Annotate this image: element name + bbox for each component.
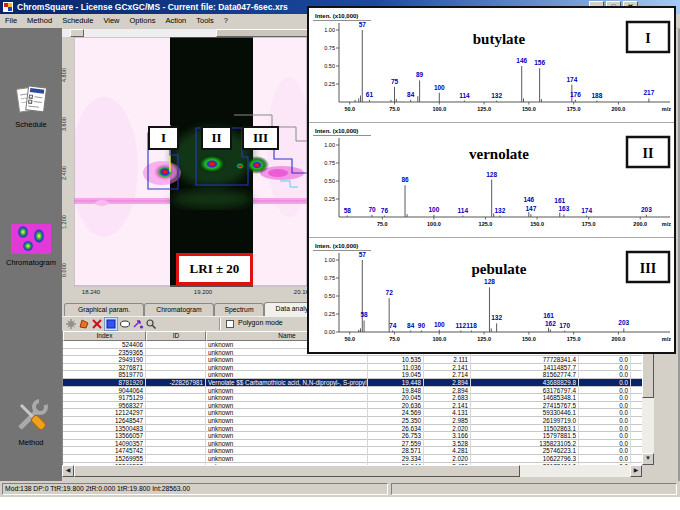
table-row[interactable]: 8519770unknown19.0452.71481562774.70.0 [63,371,643,379]
table-cell[interactable]: 26199719.0 [471,417,579,425]
table-cell[interactable]: 77728341.4 [471,356,579,364]
table-cell[interactable]: 14114857.7 [471,364,579,372]
magnifier-icon[interactable] [145,318,157,330]
table-cell[interactable]: 2.020 [424,425,471,433]
table-cell[interactable]: 13566057 [63,432,146,440]
table-cell[interactable] [146,402,206,410]
table-cell[interactable]: 0.0 [579,417,631,425]
table-cell[interactable] [146,356,206,364]
table-cell[interactable]: 2.714 [424,371,471,379]
table-cell[interactable]: 12648547 [63,417,146,425]
sidebar-item-schedule[interactable]: Schedule [0,84,62,129]
table-cell[interactable]: 11502863.1 [471,425,579,433]
table-cell[interactable]: 24.569 [368,409,424,417]
table-cell[interactable]: unknown [206,447,368,455]
scroll-right-button[interactable]: ▶ [630,465,642,477]
table-cell[interactable]: 29.334 [368,455,424,463]
hscroll-thumb[interactable] [74,465,520,477]
table-cell[interactable]: unknown [206,387,368,395]
table-cell[interactable]: 9568327 [63,402,146,410]
table-cell[interactable]: 2.985 [424,417,471,425]
table-cell[interactable]: unknown [206,425,368,433]
table-cell[interactable]: unknown [206,417,368,425]
table-cell[interactable]: 135823105.2 [471,440,579,448]
table-row[interactable]: 12124297unknown24.5694.13159330446.10.0 [63,409,643,417]
delete-x-icon[interactable] [91,318,103,330]
scroll-down-button[interactable]: ▼ [642,453,654,465]
chromatogram-scrollbar-button[interactable] [70,29,84,37]
table-cell[interactable]: 3.528 [424,440,471,448]
menu-item-action[interactable]: Action [160,14,191,28]
table-cell[interactable]: 81562774.7 [471,371,579,379]
table-cell[interactable]: 3.166 [424,432,471,440]
table-cell[interactable]: 0.0 [579,440,631,448]
table-cell[interactable] [146,425,206,433]
scroll-left-button[interactable]: ◀ [62,465,74,477]
chromatogram-plot[interactable] [74,37,308,287]
table-row[interactable]: 9568327unknown20.6362.14127415767.50.0 [63,402,643,410]
table-cell[interactable]: 63176797.4 [471,387,579,395]
table-cell[interactable]: 0.0 [579,387,631,395]
table-cell[interactable]: 0.0 [579,455,631,463]
table-cell[interactable] [146,417,206,425]
table-row[interactable]: 12648547unknown25.3502.98526199719.00.0 [63,417,643,425]
table-cell[interactable]: 12124297 [63,409,146,417]
table-cell[interactable]: unknown [206,455,368,463]
table-cell[interactable]: 14090357 [63,440,146,448]
menu-item-file[interactable]: File [0,14,22,28]
table-cell[interactable]: 2.141 [424,364,471,372]
table-cell[interactable]: 2.894 [424,387,471,395]
table-cell[interactable] [146,409,206,417]
table-cell[interactable]: 11.036 [368,364,424,372]
table-cell[interactable]: 10.535 [368,356,424,364]
table-cell[interactable]: 0.0 [579,432,631,440]
table-cell[interactable] [146,394,206,402]
table-cell[interactable]: 15269955 [63,455,146,463]
table-row[interactable]: 8781920-228267981Vernolate $$ Carbamothi… [63,379,643,387]
table-cell[interactable] [146,341,206,349]
table-row[interactable]: 9175129unknown20.0452.68314685348.10.0 [63,394,643,402]
table-row[interactable]: 13566057unknown26.7533.16615797881.50.0 [63,432,643,440]
table-row[interactable]: 3276871unknown11.0362.14114114857.70.0 [63,364,643,372]
table-cell[interactable]: 27415767.5 [471,402,579,410]
column-header-index[interactable]: Index [63,331,146,341]
table-cell[interactable]: unknown [206,394,368,402]
table-cell[interactable]: 59330446.1 [471,409,579,417]
table-cell[interactable]: unknown [206,402,368,410]
table-cell[interactable]: 0.0 [579,379,631,387]
spectra-overlay-window[interactable]: Inten. (x10,000)1.000.750.500.2550.075.0… [307,6,676,354]
table-cell[interactable]: 28.571 [368,447,424,455]
table-cell[interactable]: 14745742 [63,447,146,455]
table-cell[interactable]: 0.0 [579,402,631,410]
table-row[interactable]: 13500483unknown26.6342.02011502863.10.0 [63,425,643,433]
table-row[interactable]: 14090357unknown27.5593.528135823105.20.0 [63,440,643,448]
table-cell[interactable]: 2359365 [63,349,146,357]
table-cell[interactable]: 3276871 [63,364,146,372]
table-cell[interactable]: -228267981 [146,379,206,387]
blue-square-icon[interactable] [104,317,118,331]
table-cell[interactable]: 20.636 [368,402,424,410]
table-cell[interactable]: unknown [206,364,368,372]
table-cell[interactable]: 9044064 [63,387,146,395]
tab-graphical-param[interactable]: Graphical param. [64,303,144,316]
table-cell[interactable]: unknown [206,356,368,364]
table-row[interactable]: 15269955unknown29.3342.02010622796.30.0 [63,455,643,463]
table-cell[interactable]: 2.894 [424,379,471,387]
table-cell[interactable]: 26.753 [368,432,424,440]
table-cell[interactable] [146,455,206,463]
table-cell[interactable]: 27.559 [368,440,424,448]
table-cell[interactable]: 2.020 [424,455,471,463]
table-cell[interactable]: 15797881.5 [471,432,579,440]
tab-spectrum[interactable]: Spectrum [214,303,264,316]
table-cell[interactable] [146,349,206,357]
table-hscrollbar[interactable]: ◀ ▶ [62,465,642,477]
table-row[interactable]: 2949190unknown10.5352.11177728341.40.0 [63,356,643,364]
polygon-orange-icon[interactable] [78,318,90,330]
table-cell[interactable]: 0.0 [579,364,631,372]
table-cell[interactable]: 10622796.3 [471,455,579,463]
table-cell[interactable]: 0.0 [579,394,631,402]
table-cell[interactable] [146,432,206,440]
table-cell[interactable]: 8781920 [63,379,146,387]
table-cell[interactable]: 20.045 [368,394,424,402]
menu-item-view[interactable]: View [98,14,124,28]
